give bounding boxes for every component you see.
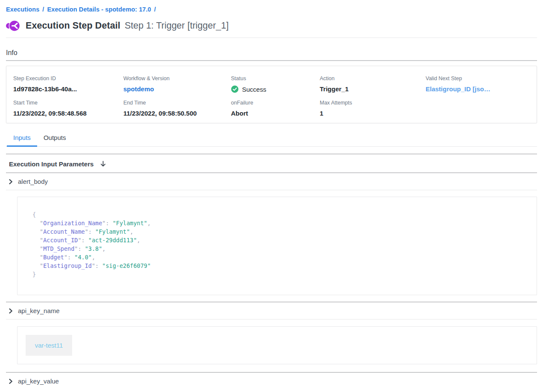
alert-body-json-panel: {"Organization_Name": "Fylamynt","Accoun… — [17, 197, 537, 295]
field-onfailure: onFailure Abort — [231, 100, 320, 117]
field-max-attempts: Max Attempts 1 — [320, 100, 426, 117]
field-label: Valid Next Step — [426, 75, 530, 81]
param-row-api-key-value[interactable]: api_key_value — [6, 373, 537, 389]
field-label: End Time — [123, 100, 231, 106]
param-name: alert_body — [18, 178, 48, 185]
api-key-name-panel: var-test11 — [17, 326, 537, 364]
field-end-time: End Time 11/23/2022, 09:58:50.500 — [123, 100, 231, 117]
param-row-api-key-name[interactable]: api_key_name — [6, 302, 537, 319]
status-text: Success — [242, 86, 266, 93]
breadcrumb-separator: / — [42, 6, 44, 13]
field-value: Trigger_1 — [320, 85, 426, 93]
info-section-heading: Info — [6, 49, 537, 57]
chevron-right-icon — [8, 378, 14, 384]
status-badge: Success — [231, 85, 320, 93]
field-value: 1 — [320, 110, 426, 117]
valid-next-step-link[interactable]: Elastigroup_ID [jso… — [426, 85, 530, 93]
field-value: 11/23/2022, 09:58:48.568 — [13, 110, 123, 117]
divider — [6, 38, 537, 38]
execution-step-detail-page: Executions/Execution Details - spotdemo:… — [0, 0, 543, 389]
field-label: Step Execution ID — [13, 75, 123, 81]
tab-outputs[interactable]: Outputs — [37, 132, 73, 147]
field-step-execution-id: Step Execution ID 1d97828c-13b6-40a... — [13, 75, 123, 93]
success-check-icon — [231, 85, 239, 93]
field-value: 1d97828c-13b6-40a... — [13, 85, 123, 93]
field-action: Action Trigger_1 — [320, 75, 426, 93]
breadcrumb: Executions/Execution Details - spotdemo:… — [6, 6, 537, 13]
field-label: onFailure — [231, 100, 320, 106]
field-label: Action — [320, 75, 426, 81]
field-start-time: Start Time 11/23/2022, 09:58:48.568 — [13, 100, 123, 117]
page-header: Execution Step Detail Step 1: Trigger [t… — [6, 19, 537, 32]
workflow-link[interactable]: spotdemo — [123, 85, 231, 93]
divider — [6, 60, 537, 61]
breadcrumb-executions-link[interactable]: Executions — [6, 6, 39, 13]
info-card: Step Execution ID 1d97828c-13b6-40a... W… — [6, 66, 537, 123]
breadcrumb-execution-details-link[interactable]: Execution Details - spotdemo: 17.0 — [47, 6, 152, 13]
field-label: Status — [231, 75, 320, 81]
field-status: Status Success — [231, 75, 320, 93]
field-label: Max Attempts — [320, 100, 426, 106]
download-arrow-icon[interactable] — [99, 160, 107, 168]
execution-input-parameters-header: Execution Input Parameters — [6, 154, 537, 172]
divider — [6, 319, 537, 319]
brand-logo-icon — [6, 19, 20, 32]
param-name: api_key_value — [18, 377, 59, 385]
field-label: Workflow & Version — [123, 75, 231, 81]
param-name: api_key_name — [18, 307, 60, 314]
field-workflow-version: Workflow & Version spotdemo — [123, 75, 231, 93]
page-subtitle: Step 1: Trigger [trigger_1] — [125, 20, 229, 31]
json-code: {"Organization_Name": "Fylamynt","Accoun… — [32, 210, 522, 279]
tab-bar: Inputs Outputs — [6, 132, 537, 147]
field-value: 11/23/2022, 09:58:50.500 — [123, 110, 231, 117]
field-label: Start Time — [13, 100, 123, 106]
param-row-alert-body[interactable]: alert_body — [6, 173, 537, 190]
chevron-right-icon — [8, 308, 14, 314]
field-valid-next-step: Valid Next Step Elastigroup_ID [jso… — [426, 75, 530, 93]
breadcrumb-separator: / — [154, 6, 156, 13]
chevron-right-icon — [8, 179, 14, 185]
page-title: Execution Step Detail — [26, 20, 120, 31]
params-title: Execution Input Parameters — [9, 160, 93, 168]
field-value: Abort — [231, 110, 320, 117]
api-key-name-value: var-test11 — [26, 335, 72, 356]
tab-inputs[interactable]: Inputs — [7, 132, 37, 147]
divider — [6, 190, 537, 190]
